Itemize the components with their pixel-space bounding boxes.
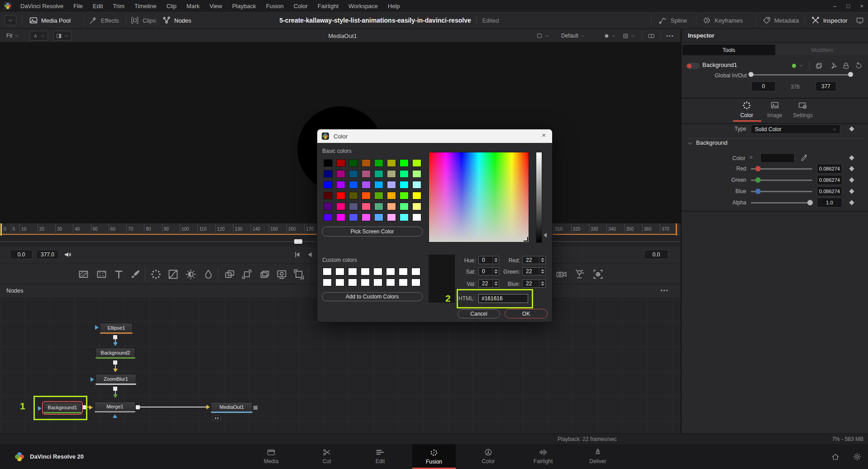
skip-to-start-icon[interactable] (293, 251, 301, 259)
node-port-square[interactable] (253, 406, 258, 410)
basic-color-swatch[interactable] (400, 181, 409, 189)
page-fusion[interactable]: Fusion (412, 444, 456, 469)
basic-color-swatch[interactable] (362, 203, 371, 210)
value-bar-arrow[interactable] (544, 233, 547, 237)
menu-fairlight[interactable]: Fairlight (313, 3, 343, 9)
speaker-icon[interactable] (63, 250, 72, 259)
basic-color-swatch[interactable] (349, 192, 358, 199)
alpha-keyframe-diamond[interactable] (849, 200, 854, 205)
color-expand-arrow[interactable]: > (749, 154, 753, 161)
add-to-custom-colors-button[interactable]: Add to Custom Colors (322, 292, 423, 301)
node-mediaout1[interactable]: MediaOut1 (211, 402, 253, 413)
basic-color-swatch[interactable] (400, 170, 409, 178)
menu-davinci-resolve[interactable]: DaVinci Resolve (15, 3, 68, 9)
green-value-field[interactable]: 0.086274 (817, 175, 842, 185)
basic-color-swatch[interactable] (400, 213, 409, 221)
fastnoise-icon[interactable] (95, 268, 108, 280)
spline-button[interactable]: Spline (658, 12, 687, 29)
nodes-button[interactable]: Nodes (162, 12, 191, 29)
red-spinbox[interactable]: 22 (522, 256, 546, 264)
menu-playback[interactable]: Playback (227, 3, 261, 9)
proxy-dropdown[interactable] (536, 31, 549, 41)
range-in-field[interactable]: 0.0 (10, 250, 33, 259)
blue-spin-arrows[interactable] (539, 280, 545, 287)
global-inout-slider[interactable] (751, 74, 853, 76)
dialog-titlebar[interactable]: Color × (317, 129, 552, 143)
dual-view-button[interactable] (648, 31, 655, 41)
menu-timeline[interactable]: Timeline (129, 3, 162, 9)
node-port-arrow[interactable] (95, 325, 99, 330)
basic-color-swatch[interactable] (412, 213, 421, 221)
node-merge1[interactable]: Merge1 (95, 402, 135, 412)
global-in-field[interactable]: 0 (751, 81, 776, 91)
green-spinbox[interactable]: 22 (522, 267, 546, 275)
basic-color-swatch[interactable] (362, 181, 371, 189)
menu-edit[interactable]: Edit (88, 3, 108, 9)
colorcorrector-icon[interactable] (150, 268, 162, 280)
node-port-arrow[interactable] (89, 405, 93, 410)
background-icon[interactable] (77, 268, 90, 280)
red-spin-arrows[interactable] (539, 256, 545, 264)
blue-slider-handle[interactable] (755, 189, 761, 194)
panel-collapse-button[interactable] (5, 15, 16, 25)
node-port-arrow[interactable] (113, 414, 117, 418)
basic-color-swatch[interactable] (400, 159, 409, 167)
brightness-icon[interactable] (185, 268, 197, 280)
basic-color-swatch[interactable] (336, 203, 345, 210)
inspector-button[interactable]: Inspector (811, 12, 847, 29)
green-keyframe-diamond[interactable] (849, 177, 854, 182)
basic-color-swatch[interactable] (324, 170, 333, 178)
basic-color-swatch[interactable] (349, 181, 358, 189)
menu-file[interactable]: File (68, 3, 88, 9)
custom-color-swatch[interactable] (335, 279, 344, 286)
node-port-square[interactable] (113, 335, 117, 339)
basic-color-swatch[interactable] (374, 170, 383, 178)
menu-workspace[interactable]: Workspace (343, 3, 383, 9)
alpha-slider-handle[interactable] (807, 200, 813, 205)
node-ellipse1[interactable]: Ellipse1 (100, 323, 133, 334)
blue-keyframe-diamond[interactable] (849, 189, 854, 194)
menu-mark[interactable]: Mark (181, 3, 205, 9)
basic-color-swatch[interactable] (412, 170, 421, 178)
basic-color-swatch[interactable] (336, 170, 345, 178)
duplicate-icon[interactable] (815, 62, 823, 70)
blue-value-field[interactable]: 0.086274 (817, 186, 842, 196)
basic-color-swatch[interactable] (324, 192, 333, 199)
basic-color-swatch[interactable] (324, 159, 333, 167)
gear-icon[interactable] (853, 452, 862, 461)
basic-color-swatch[interactable] (374, 213, 383, 221)
menu-help[interactable]: Help (383, 3, 405, 9)
hue-saturation-gradient[interactable] (429, 152, 529, 242)
camera3d-icon[interactable] (555, 268, 568, 280)
page-color[interactable]: Color (467, 444, 510, 468)
basic-color-swatch[interactable] (362, 192, 371, 199)
grid-dropdown[interactable] (623, 31, 635, 41)
lut-dropdown[interactable]: Default (561, 31, 585, 41)
node-background2[interactable]: Background2 (95, 348, 135, 359)
node-port-arrow[interactable] (206, 405, 210, 409)
zoom-handle[interactable] (294, 239, 302, 244)
basic-color-swatch[interactable] (387, 192, 396, 199)
node-background1[interactable]: Background1 (43, 403, 81, 413)
reset-icon[interactable] (854, 62, 863, 70)
red-value-field[interactable]: 0.086274 (817, 164, 842, 174)
value-bar[interactable] (536, 152, 542, 243)
green-spin-arrows[interactable] (539, 268, 545, 275)
node-port-arrow[interactable] (113, 369, 118, 372)
textplus-icon[interactable] (113, 268, 125, 280)
basic-color-swatch[interactable] (374, 181, 383, 189)
page-cut[interactable]: Cut (305, 444, 348, 468)
tab-color[interactable]: Color (733, 100, 760, 118)
custom-color-swatch[interactable] (399, 279, 408, 286)
current-time-field[interactable]: 0.0 (644, 250, 668, 259)
basic-color-swatch[interactable] (349, 203, 358, 210)
basic-color-swatch[interactable] (349, 213, 358, 221)
custom-color-swatch[interactable] (386, 279, 395, 286)
type-keyframe-diamond[interactable] (849, 126, 854, 131)
basic-color-swatch[interactable] (374, 203, 383, 210)
blue-spinbox[interactable]: 22 (522, 280, 546, 288)
section-collapse-icon[interactable] (687, 140, 693, 147)
version-color-dot[interactable] (792, 64, 796, 68)
node-port-arrow[interactable] (91, 377, 94, 382)
tab-modifiers[interactable]: Modifiers (776, 45, 868, 55)
